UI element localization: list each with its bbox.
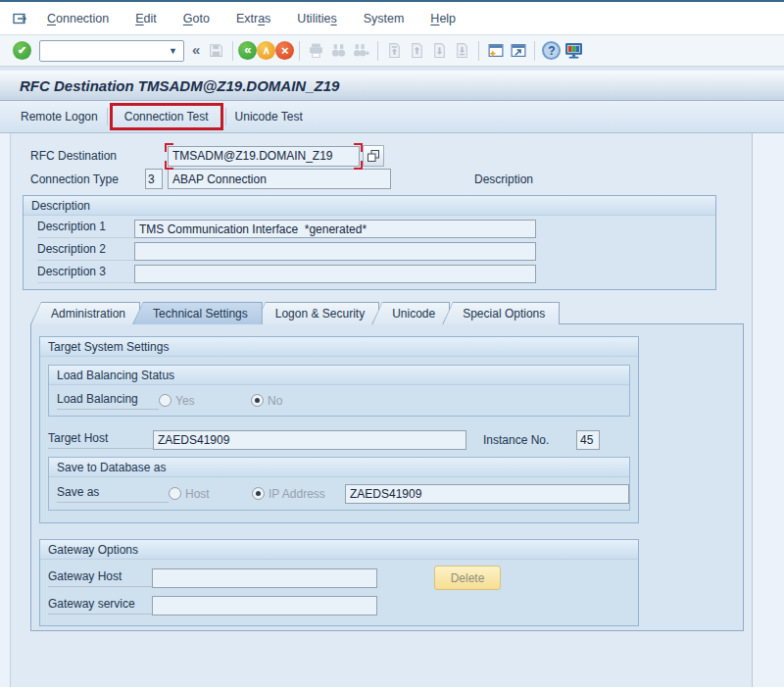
description-3-input[interactable] <box>134 265 536 283</box>
menu-edit[interactable]: Edit <box>135 12 157 25</box>
remote-logon-button[interactable]: Remote Logon <box>12 106 107 127</box>
tab-logon-security[interactable]: Logon & Security <box>255 302 379 324</box>
target-host-input[interactable] <box>153 430 466 450</box>
tab-administration[interactable]: Administration <box>30 302 140 324</box>
save-icon[interactable] <box>207 41 225 60</box>
command-input[interactable] <box>40 41 163 61</box>
description-row-2: Description 2 <box>37 242 715 261</box>
description-1-input[interactable] <box>134 220 536 238</box>
save-as-value-input[interactable] <box>345 484 629 504</box>
load-balancing-no-option[interactable]: No <box>251 394 282 408</box>
gateway-options-header: Gateway Options <box>40 540 638 560</box>
standard-toolbar: ✔ ▼ « « ∧ × ? <box>0 35 784 67</box>
multiple-values-button[interactable] <box>363 145 384 167</box>
load-balancing-status-header: Load Balancing Status <box>49 366 629 385</box>
annotation-red-box: Connection Test <box>110 103 223 130</box>
annotation-corner <box>354 161 363 170</box>
connection-type-code-input[interactable] <box>145 169 163 189</box>
find-next-icon[interactable] <box>352 41 370 60</box>
load-balancing-yes-option[interactable]: Yes <box>159 394 251 408</box>
radio-yes-label: Yes <box>175 394 195 408</box>
toolbar-separator <box>299 41 300 61</box>
annotation-corner <box>354 143 363 152</box>
gateway-host-label: Gateway Host <box>48 569 152 587</box>
gateway-host-row: Gateway Host Delete <box>48 566 638 590</box>
rfc-destination-label: RFC Destination <box>30 149 168 163</box>
menu-help[interactable]: Help <box>430 12 456 25</box>
tab-strip: Administration Technical Settings Logon … <box>30 302 752 324</box>
unicode-test-button[interactable]: Unicode Test <box>226 106 312 127</box>
print-icon[interactable] <box>307 41 325 60</box>
save-as-label: Save as <box>57 485 169 503</box>
target-host-row: Target Host Instance No. <box>48 430 638 450</box>
gateway-host-input[interactable] <box>152 568 377 588</box>
rfc-destination-input[interactable] <box>168 146 360 167</box>
cancel-icon[interactable]: × <box>275 41 294 60</box>
enter-icon[interactable]: ✔ <box>13 41 31 60</box>
target-system-settings-group: Target System Settings Load Balancing St… <box>39 336 639 523</box>
tab-unicode[interactable]: Unicode <box>371 302 450 324</box>
new-session-icon[interactable] <box>486 41 505 60</box>
target-system-settings-header: Target System Settings <box>40 337 638 357</box>
menu-bar: Connection Edit Goto Extras Utilities Sy… <box>0 2 784 35</box>
menu-connection[interactable]: Connection <box>47 12 109 25</box>
instance-no-label: Instance No. <box>483 433 576 447</box>
description-row-1: Description 1 <box>37 220 715 238</box>
radio-ip-address-label: IP Address <box>269 487 325 501</box>
collapse-toolbar-icon[interactable]: « <box>192 41 200 58</box>
rfc-destination-row: RFC Destination <box>30 145 752 167</box>
radio-no[interactable] <box>251 394 264 407</box>
back-icon[interactable]: « <box>238 41 257 60</box>
radio-ip-address[interactable] <box>252 487 265 500</box>
customize-layout-icon[interactable] <box>564 41 583 60</box>
description-1-label: Description 1 <box>37 220 134 238</box>
load-balancing-status-group: Load Balancing Status Load Balancing Yes… <box>48 365 630 417</box>
tab-special-options[interactable]: Special Options <box>442 302 560 324</box>
connection-test-button[interactable]: Connection Test <box>116 106 218 127</box>
delete-button[interactable]: Delete <box>434 566 501 590</box>
connection-type-name-input[interactable] <box>168 169 391 189</box>
radio-yes[interactable] <box>159 394 172 407</box>
save-as-ip-option[interactable]: IP Address <box>252 487 345 501</box>
save-to-database-group: Save to Database as Save as Host IP Addr… <box>48 457 630 511</box>
instance-no-input[interactable] <box>576 430 600 450</box>
description-group: Description Description 1 Description 2 … <box>23 195 716 290</box>
help-icon[interactable]: ? <box>542 41 561 60</box>
description-2-input[interactable] <box>134 242 536 261</box>
tab-technical-settings[interactable]: Technical Settings <box>132 302 263 324</box>
gateway-options-group: Gateway Options Gateway Host Delete Gate… <box>39 539 639 626</box>
previous-page-icon[interactable] <box>408 41 426 60</box>
menu-extras[interactable]: Extras <box>236 12 270 25</box>
main-content: RFC Destination Connection Type Descript… <box>0 133 784 687</box>
last-page-icon[interactable] <box>453 41 471 60</box>
connection-type-label: Connection Type <box>30 172 145 186</box>
next-page-icon[interactable] <box>430 41 449 60</box>
description-side-label: Description <box>474 172 533 186</box>
load-balancing-label: Load Balancing <box>57 392 159 410</box>
exit-icon[interactable]: ∧ <box>257 41 275 60</box>
first-page-icon[interactable] <box>385 41 404 60</box>
toolbar-separator <box>232 41 233 61</box>
gateway-service-input[interactable] <box>152 596 377 616</box>
menu-utilities[interactable]: Utilities <box>297 12 336 25</box>
rfc-destination-annotated <box>168 146 360 167</box>
find-icon[interactable] <box>329 41 348 60</box>
annotation-corner <box>165 161 173 170</box>
gateway-service-label: Gateway service <box>48 597 152 615</box>
annotation-corner <box>165 143 173 152</box>
dropdown-arrow-icon[interactable]: ▼ <box>163 46 183 56</box>
load-balancing-row: Load Balancing Yes No <box>49 385 629 416</box>
radio-no-label: No <box>268 394 282 408</box>
apptoolbar-separator <box>107 108 108 125</box>
radio-host[interactable] <box>169 487 181 500</box>
create-shortcut-icon[interactable] <box>509 41 527 60</box>
page-title: RFC Destination TMSADM@Z19.DOMAIN_Z19 <box>20 77 339 94</box>
description-group-header: Description <box>24 196 715 216</box>
system-menu-icon[interactable] <box>12 10 33 27</box>
command-field[interactable]: ▼ <box>39 40 184 62</box>
menu-system[interactable]: System <box>364 12 405 25</box>
target-host-label: Target Host <box>48 431 153 449</box>
save-as-host-option[interactable]: Host <box>169 487 252 501</box>
connection-type-row: Connection Type Description <box>30 169 752 189</box>
menu-goto[interactable]: Goto <box>183 12 210 25</box>
